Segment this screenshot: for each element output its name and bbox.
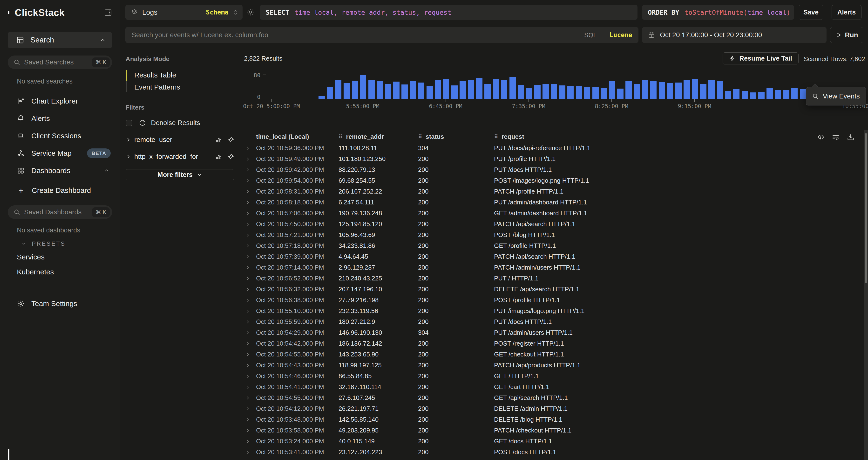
saved-dashboards-input[interactable]: Saved Dashboards ⌘ K <box>8 205 112 219</box>
chevron-right-icon[interactable] <box>245 276 250 281</box>
more-filters-button[interactable]: More filters <box>126 169 234 180</box>
sidebar-collapse-icon[interactable] <box>104 8 112 17</box>
table-row[interactable]: Oct 20 10:58:18.000 PM6.247.54.111200PUT… <box>240 197 862 208</box>
chevron-right-icon[interactable] <box>245 330 250 336</box>
table-row[interactable]: Oct 20 10:57:14.000 PM2.96.129.237200PAT… <box>240 262 862 273</box>
chevron-right-icon[interactable] <box>245 243 250 249</box>
table-row[interactable]: Oct 20 10:59:42.000 PM88.220.79.13200PUT… <box>240 164 862 175</box>
table-row[interactable]: Oct 20 10:53:41.000 PM23.127.204.223200P… <box>240 447 862 458</box>
chevron-right-icon[interactable] <box>245 450 250 455</box>
chevron-right-icon[interactable] <box>245 319 250 325</box>
create-dashboard-button[interactable]: + Create Dashboard <box>8 182 112 199</box>
chevron-right-icon[interactable] <box>245 287 250 292</box>
chevron-up-icon[interactable] <box>103 168 110 174</box>
table-row[interactable]: Oct 20 10:57:39.000 PM4.94.64.45200PATCH… <box>240 251 862 262</box>
pin-icon[interactable] <box>227 136 234 143</box>
column-header-request[interactable]: ⠿ request <box>494 133 862 140</box>
table-row[interactable]: Oct 20 10:53:58.000 PM49.203.209.95200PA… <box>240 425 862 436</box>
table-row[interactable]: Oct 20 10:56:38.000 PM27.79.216.198200PO… <box>240 295 862 306</box>
chevron-right-icon[interactable] <box>245 352 250 357</box>
table-row[interactable]: Oct 20 10:59:36.000 PM111.100.28.11304PU… <box>240 143 862 153</box>
sidebar-item-service-map[interactable]: Service Map BETA <box>8 145 112 162</box>
chevron-right-icon[interactable] <box>245 417 250 422</box>
sidebar-item-chart-explorer[interactable]: Chart Explorer <box>8 92 112 110</box>
chevron-right-icon[interactable] <box>245 297 250 303</box>
table-row[interactable]: Oct 20 10:54:29.000 PM146.96.190.130304P… <box>240 327 862 338</box>
table-row[interactable]: Oct 20 10:54:55.000 PM143.253.65.90200GE… <box>240 349 862 360</box>
event-search-input[interactable]: Search your events w/ Lucene ex. column:… <box>125 27 639 43</box>
bar-chart-icon[interactable] <box>215 136 222 143</box>
resume-live-tail-button[interactable]: Resume Live Tail <box>723 52 799 64</box>
chevron-right-icon[interactable] <box>245 265 250 270</box>
table-row[interactable]: Oct 20 10:57:50.000 PM125.194.85.120200P… <box>240 219 862 230</box>
source-select[interactable]: Logs Schema <box>125 5 243 20</box>
chevron-right-icon[interactable] <box>245 232 250 238</box>
drag-handle-icon[interactable]: ⠿ <box>418 134 422 140</box>
language-toggle-lucene[interactable]: Lucene <box>610 31 632 39</box>
chevron-right-icon[interactable] <box>245 384 250 390</box>
filter-field-remote-user[interactable]: remote_user <box>126 136 234 144</box>
table-row[interactable]: Oct 20 10:54:55.000 PM27.6.107.245200GET… <box>240 393 862 403</box>
preset-item-kubernetes[interactable]: Kubernetes <box>8 264 112 280</box>
drag-handle-icon[interactable]: ⠿ <box>494 134 498 140</box>
table-row[interactable]: Oct 20 10:58:31.000 PM206.167.252.22200P… <box>240 186 862 197</box>
chevron-right-icon[interactable] <box>245 428 250 433</box>
save-button[interactable]: Save <box>799 5 823 20</box>
table-row[interactable]: Oct 20 10:54:46.000 PM86.55.84.85200GET … <box>240 371 862 381</box>
column-header-status[interactable]: ⠿ status <box>418 133 494 140</box>
chevron-up-icon[interactable] <box>100 37 106 43</box>
saved-searches-input[interactable]: Saved Searches ⌘ K <box>8 56 112 69</box>
chevron-right-icon[interactable] <box>245 254 250 259</box>
filter-field-http-x-forwarded-for[interactable]: http_x_forwarded_for <box>126 153 234 161</box>
chevron-right-icon[interactable] <box>245 363 250 368</box>
table-row[interactable]: Oct 20 10:57:21.000 PM105.96.43.69200POS… <box>240 230 862 240</box>
table-row[interactable]: Oct 20 10:55:10.000 PM232.33.119.56200PU… <box>240 306 862 316</box>
column-header-remote-addr[interactable]: ⠿ remote_addr <box>339 133 418 140</box>
wrap-text-icon[interactable] <box>832 133 840 141</box>
chevron-right-icon[interactable] <box>245 341 250 346</box>
chevron-right-icon[interactable] <box>245 439 250 444</box>
column-header-time-local[interactable]: time_local (Local) <box>256 133 339 140</box>
chevron-right-icon[interactable] <box>245 406 250 411</box>
alerts-button[interactable]: Alerts <box>832 5 862 20</box>
chevron-right-icon[interactable] <box>245 167 250 173</box>
table-row[interactable]: Oct 20 10:53:24.000 PM40.0.115.149200GET… <box>240 436 862 447</box>
source-settings-gear-icon[interactable] <box>246 8 255 17</box>
date-range-picker[interactable]: Oct 20 17:00:00 - Oct 20 23:00:00 <box>642 27 827 43</box>
run-button[interactable]: Run <box>830 27 863 43</box>
sidebar-item-dashboards[interactable]: Dashboards <box>8 162 112 179</box>
chevron-right-icon[interactable] <box>245 146 250 151</box>
table-row[interactable]: Oct 20 10:54:42.000 PM186.136.72.142200P… <box>240 338 862 349</box>
table-row[interactable]: Oct 20 10:56:32.000 PM207.147.196.10200D… <box>240 284 862 295</box>
vertical-scrollbar[interactable] <box>864 130 868 460</box>
table-row[interactable]: Oct 20 10:54:43.000 PM118.99.197.125200P… <box>240 360 862 371</box>
sidebar-item-client-sessions[interactable]: Client Sessions <box>8 127 112 145</box>
chevron-right-icon[interactable] <box>245 395 250 401</box>
chevron-right-icon[interactable] <box>245 200 250 205</box>
chevron-right-icon[interactable] <box>245 189 250 194</box>
chevron-right-icon[interactable] <box>245 211 250 216</box>
presets-toggle[interactable]: PRESETS <box>21 240 112 247</box>
sidebar-item-search[interactable]: Search <box>8 32 112 48</box>
bar-chart-icon[interactable] <box>215 153 222 160</box>
table-row[interactable]: Oct 20 10:57:06.000 PM190.79.136.248200G… <box>240 208 862 219</box>
view-events-popover[interactable]: View Events <box>806 87 866 106</box>
code-icon[interactable] <box>817 133 825 141</box>
table-row[interactable]: Oct 20 10:53:48.000 PM142.56.85.140200DE… <box>240 414 862 425</box>
table-row[interactable]: Oct 20 10:59:49.000 PM101.180.123.250200… <box>240 153 862 164</box>
pin-icon[interactable] <box>227 153 234 160</box>
select-clause-input[interactable]: SELECT time_local, remote_addr, status, … <box>260 5 638 20</box>
drag-handle-icon[interactable]: ⠿ <box>339 134 343 140</box>
download-icon[interactable] <box>846 133 855 141</box>
chevron-right-icon[interactable] <box>245 309 250 314</box>
sidebar-item-alerts[interactable]: Alerts <box>8 110 112 127</box>
chevron-right-icon[interactable] <box>245 178 250 183</box>
chevron-right-icon[interactable] <box>245 374 250 379</box>
orderby-clause-input[interactable]: ORDER BY toStartOfMinute( time_local ) D… <box>642 5 794 20</box>
mode-results-table[interactable]: Results Table <box>134 69 234 81</box>
scrollbar-thumb[interactable] <box>865 133 867 283</box>
table-row[interactable]: Oct 20 10:54:12.000 PM26.221.197.71200DE… <box>240 403 862 414</box>
table-row[interactable]: Oct 20 10:59:54.000 PM69.68.254.55200POS… <box>240 175 862 186</box>
language-toggle-sql[interactable]: SQL <box>584 31 597 39</box>
table-row[interactable]: Oct 20 10:56:52.000 PM210.240.43.225200P… <box>240 273 862 284</box>
